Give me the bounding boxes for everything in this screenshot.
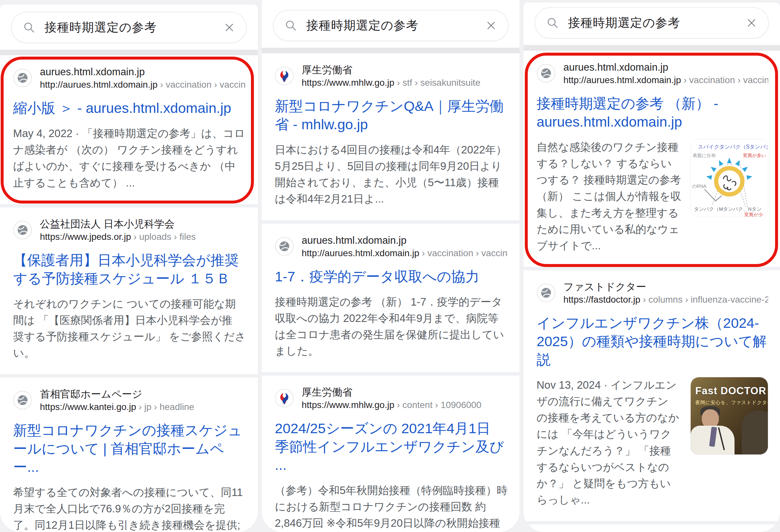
search-query-text: 接種時期選定の参考 [568,15,737,31]
search-result: 厚生労働省 https://www.mhlw.go.jp › content ›… [262,376,520,532]
patient-silhouette [742,410,768,455]
result-divider [262,372,520,376]
result-header[interactable]: aurues.html.xdomain.jp http://aurues.htm… [537,61,768,85]
screenshot-panel-3: 接種時期選定の参考 aurues.html.xdomain.jp http://… [524,3,780,532]
fastdoctor-logo-text: Fast DOCTOR [695,385,765,397]
result-thumbnail-virus-diagram[interactable]: スパイクタンパク（Sタンパク 表面に分布 変異が多い [690,139,768,217]
result-url: http://aurues.html.xdomain.jp › vaccinat… [40,80,246,90]
virus-label-surface: 表面に分布 [693,153,716,158]
result-header[interactable]: aurues.html.xdomain.jp http://aurues.htm… [13,66,246,90]
globe-favicon-icon [537,283,555,302]
virus-label-rna: のRNA [692,184,707,189]
result-url: http://aurues.html.xdomain.jp › vaccinat… [302,248,508,258]
mhlw-favicon-icon [275,389,294,408]
close-icon[interactable] [486,20,497,31]
result-url: https://www.mhlw.go.jp › content › 10906… [302,400,481,410]
result-divider [524,267,780,270]
result-divider [0,374,258,378]
screenshot-canvas: 接種時期選定の参考 aurues.html.xdomain.jp http://… [0,0,780,532]
result-url: https://www.kantei.go.jp › jp › headline [40,402,194,412]
search-result: 公益社団法人 日本小児科学会 https://www.jpeds.or.jp ›… [0,207,258,375]
result-source: 厚生労働省 [302,64,480,76]
result-source: aurues.html.xdomain.jp [40,66,246,78]
search-result: aurues.html.xdomain.jp http://aurues.htm… [524,51,780,267]
result-title-link[interactable]: 新型コロナワクチンの接種スケジュールについて | 首相官邸ホームペー... [13,422,246,476]
result-title-link[interactable]: 接種時期選定の参考 （新） - aurues.html.xdomain.jp [537,95,768,131]
search-result: aurues.html.xdomain.jp http://aurues.htm… [262,224,520,373]
virus-label-mutation-few: 変異が少 [744,212,763,217]
result-title-link[interactable]: 縮小版 ＞ - aurues.html.xdomain.jp [13,99,246,117]
result-title-link[interactable]: インフルエンザワクチン株（2024-2025）の種類や接種時期について解説 [537,314,768,369]
result-url: http://aurues.html.xdomain.jp › vaccinat… [564,75,768,85]
result-source: 公益社団法人 日本小児科学会 [40,218,196,230]
search-result: 厚生労働省 https://www.mhlw.go.jp › stf › sei… [262,53,520,221]
virus-label-spike: スパイクタンパク（Sタンパク [698,144,768,149]
result-divider [262,221,520,224]
result-url: https://fastdoctor.jp › columns › influe… [564,294,768,305]
result-source: aurues.html.xdomain.jp [564,61,768,73]
virus-label-mutation-many: 変異が多い [743,153,766,158]
fastdoctor-photo: Fast DOCTOR 夜間に安心を、ファストドクター [691,377,768,454]
result-snippet: Nov 13, 2024 · インフルエンザの流行に備えてワクチン の接種を考え… [537,377,682,508]
result-header[interactable]: 厚生労働省 https://www.mhlw.go.jp › stf › sei… [275,64,508,88]
result-header[interactable]: 公益社団法人 日本小児科学会 https://www.jpeds.or.jp ›… [13,218,246,242]
search-result: aurues.html.xdomain.jp http://aurues.htm… [0,55,258,204]
screenshot-panel-2: 接種時期選定の参考 厚生労働省 https://www.mhlw.go.jp ›… [262,0,520,532]
search-input[interactable]: 接種時期選定の参考 [535,7,769,39]
search-icon [23,21,35,34]
result-thumbnail-fastdoctor[interactable]: Fast DOCTOR 夜間に安心を、ファストドクター [690,377,768,455]
result-snippet: 日本における4回目の接種は令和4年（2022年）5月25日より、5回目の接種は同… [275,142,508,207]
result-source: 首相官邸ホームページ [40,388,194,400]
virus-label-protein: タンパク（Mタンパク、Nタン [694,206,762,212]
result-header[interactable]: aurues.html.xdomain.jp http://aurues.htm… [275,234,508,258]
result-snippet: 希望する全ての対象者への接種について、同11月末で全人口比で76.9％の方が2回… [13,484,246,532]
result-source: aurues.html.xdomain.jp [302,234,508,246]
search-input[interactable]: 接種時期選定の参考 [273,10,508,41]
close-icon[interactable] [746,17,757,29]
result-url: https://www.mhlw.go.jp › stf › seisakuni… [302,78,480,88]
result-snippet: 自然な感染後のワクチン接種 する？しない？ するならいつする？ 接種時期選定の参… [537,139,682,254]
search-input[interactable]: 接種時期選定の参考 [11,12,247,43]
search-query-text: 接種時期選定の参考 [306,17,476,34]
result-snippet: May 4, 2022 · 「接種時期選定の参考」は、コロナ感染者が （次の） … [13,125,246,191]
header-divider [262,48,520,53]
result-url: https://www.jpeds.or.jp › uploads › file… [40,232,196,242]
search-icon [546,17,559,29]
search-query-text: 接種時期選定の参考 [45,19,214,36]
result-source: ファストドクター [564,281,768,293]
result-divider [524,521,780,525]
header-divider [0,50,258,55]
globe-favicon-icon [13,391,32,409]
result-title-link[interactable]: 【保護者用】日本小児科学会が推奨する予防接種スケジュール １５Ｂ [13,251,246,288]
result-header[interactable]: 首相官邸ホームページ https://www.kantei.go.jp › jp… [13,388,246,412]
screenshot-panel-1: 接種時期選定の参考 aurues.html.xdomain.jp http://… [0,5,258,532]
result-snippet: 接種時期選定の参考 （新） 1-7．疫学的データ収取への協力 2022年令和4年… [275,294,508,359]
result-snippet: （参考）令和5年秋開始接種（特例臨時接種）時における新型コロナワクチンの接種回数… [275,482,508,532]
search-result: ファストドクター https://fastdoctor.jp › columns… [524,270,780,521]
result-title-link[interactable]: 1-7．疫学的データ収取への協力 [275,268,508,286]
result-snippet: それぞれのワクチンに ついての接種可能な期間は 「【医療関係者用】日本小児科学会… [13,296,246,361]
search-icon [285,19,297,32]
result-header[interactable]: ファストドクター https://fastdoctor.jp › columns… [537,281,768,305]
result-title-link[interactable]: 新型コロナワクチンQ&A｜厚生労働省 - mhlw.go.jp [275,97,508,134]
result-divider [0,204,258,207]
globe-favicon-icon [13,68,32,87]
header-divider [524,45,780,51]
close-icon[interactable] [224,22,235,33]
globe-favicon-icon [13,221,32,240]
mhlw-favicon-icon [275,66,294,85]
globe-favicon-icon [537,64,555,83]
search-result: 首相官邸ホームページ https://www.kantei.go.jp › jp… [0,378,258,532]
globe-favicon-icon [275,237,294,256]
result-title-link[interactable]: 2024/25シーズンの 2021年4月1日 季節性インフルエンザワクチン及び … [275,420,508,474]
result-source: 厚生労働省 [302,386,481,398]
fastdoctor-tagline: 夜間に安心を、ファストドクター [695,399,768,406]
result-header[interactable]: 厚生労働省 https://www.mhlw.go.jp › content ›… [275,386,508,410]
